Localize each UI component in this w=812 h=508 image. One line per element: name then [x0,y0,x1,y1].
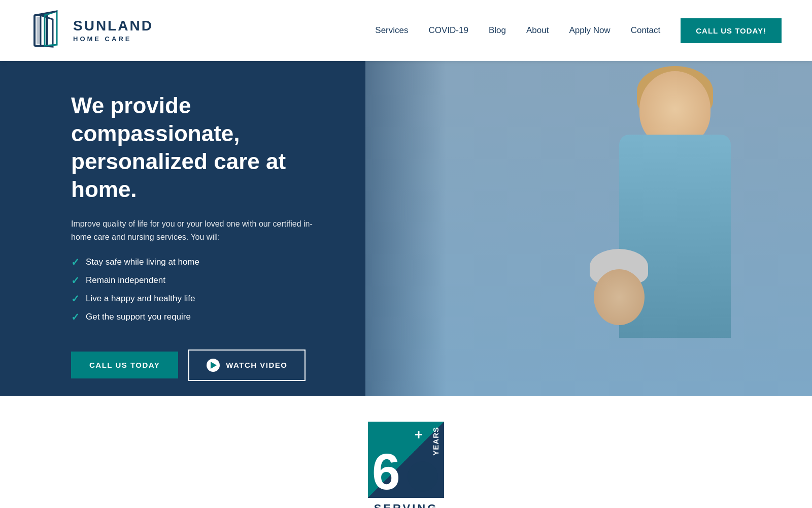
nav-about[interactable]: About [526,25,549,36]
check-icon-1: ✓ [71,256,80,268]
hero-heading: We provide compassionate, personalized c… [71,91,335,203]
play-icon [207,359,220,372]
nav-apply[interactable]: Apply Now [569,25,610,36]
badge-number: 6 [372,446,400,497]
hero-call-button[interactable]: CALL US TODAY [71,352,178,378]
logo-icon [30,10,66,51]
checklist-item-1: ✓ Stay safe while living at home [71,256,406,268]
nav-services[interactable]: Services [375,25,408,36]
checklist-text-4: Get the support you require [86,312,191,322]
watch-video-label: WATCH VIDEO [226,361,287,369]
serving-text: SERVING [374,502,438,508]
navigation: Services COVID-19 Blog About Apply Now C… [375,18,782,43]
checklist-item-3: ✓ Live a happy and healthy life [71,293,406,305]
checklist-text-1: Stay safe while living at home [86,257,199,267]
brand-tagline: HOME CARE [73,35,153,43]
check-icon-3: ✓ [71,293,80,305]
badge-plus: + [415,427,423,443]
nurse-figure [579,61,771,391]
brand-name: SUNLAND [73,19,153,33]
hero-content: We provide compassionate, personalized c… [0,61,447,396]
hero-subtext: Improve quality of life for you or your … [71,217,325,243]
patient-head [594,269,645,325]
logo-text: SUNLAND HOME CARE [73,19,153,43]
header-cta-button[interactable]: CALL US TODAY! [681,18,782,43]
svg-point-5 [408,461,438,492]
check-icon-4: ✓ [71,311,80,323]
hero-buttons: CALL US TODAY WATCH VIDEO [71,350,406,381]
badge-container: 6 + YEARS SERVING [368,422,444,508]
years-badge: 6 + YEARS [368,422,444,498]
hero-checklist: ✓ Stay safe while living at home ✓ Remai… [71,256,406,329]
checklist-item-2: ✓ Remain independent [71,274,406,287]
checklist-item-4: ✓ Get the support you require [71,311,406,323]
nav-covid[interactable]: COVID-19 [429,25,468,36]
nav-blog[interactable]: Blog [489,25,506,36]
logo[interactable]: SUNLAND HOME CARE [30,10,153,51]
nav-contact[interactable]: Contact [631,25,661,36]
checklist-text-3: Live a happy and healthy life [86,294,195,304]
play-triangle [211,362,217,369]
checklist-text-2: Remain independent [86,275,165,285]
badge-years: YEARS [431,427,440,456]
badge-section: 6 + YEARS SERVING [0,396,812,508]
check-icon-2: ✓ [71,274,80,287]
hero-section: We provide compassionate, personalized c… [0,61,812,396]
badge-inner: 6 + YEARS [368,422,444,498]
header: SUNLAND HOME CARE Services COVID-19 Blog… [0,0,812,61]
hero-watch-button[interactable]: WATCH VIDEO [188,350,306,381]
